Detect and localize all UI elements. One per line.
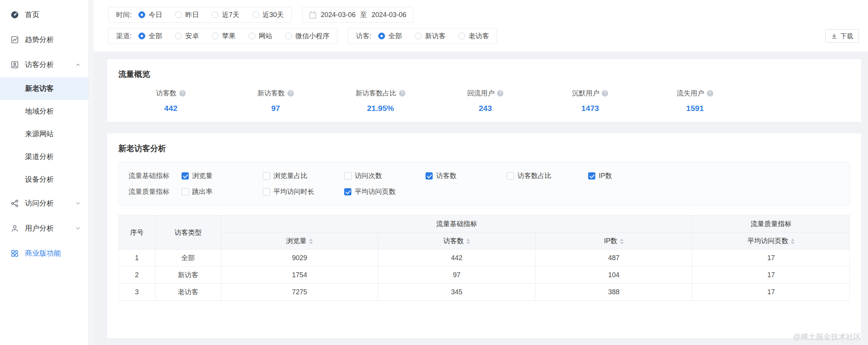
radio-channel-android[interactable]: 安卓: [175, 31, 199, 41]
radio-selected-icon: [378, 33, 385, 39]
filter-row-time: 时间: 今日 昨日 近7天 近30天: [108, 7, 859, 23]
help-icon[interactable]: ?: [179, 90, 186, 97]
radio-label: 今日: [149, 10, 162, 19]
sidebar-scrollbar-track[interactable]: [89, 0, 94, 345]
help-icon[interactable]: ?: [399, 90, 405, 97]
metric-silent-users: 沉默用户? 1473: [538, 89, 643, 113]
cell-visitor-type: 老访客: [155, 284, 221, 301]
radio-label: 昨日: [185, 10, 199, 19]
checkbox-checked-icon: [182, 172, 189, 180]
sidebar-item-label: 用户分析: [25, 223, 54, 233]
cell-avg-pages: 17: [693, 284, 850, 301]
filter-bar: 时间: 今日 昨日 近7天 近30天: [94, 0, 868, 52]
cell-seq: 3: [119, 284, 155, 301]
metric-lost-users: 流失用户? 1591: [643, 89, 747, 113]
watermark-text: @稀土掘金技术社区: [793, 332, 861, 342]
sidebar-item-label: 趋势分析: [25, 35, 54, 45]
sidebar-item-label: 访问分析: [25, 198, 54, 208]
sidebar-subitem-label: 设备分析: [25, 175, 54, 184]
sidebar-item-business-features[interactable]: 商业版功能: [0, 241, 89, 266]
cell-ip-count: 388: [535, 284, 693, 301]
sidebar-item-home[interactable]: 首页: [0, 2, 89, 27]
trend-chart-icon: [11, 36, 19, 44]
sidebar-item-channel-analysis[interactable]: 渠道分析: [0, 145, 89, 168]
sidebar-item-new-old-visitors[interactable]: 新老访客: [0, 77, 89, 100]
overview-metrics: 访客数? 442 新访客数? 97 新访客数占比? 21.95% 回流用户? 2…: [118, 89, 747, 113]
help-icon[interactable]: ?: [287, 90, 294, 97]
sort-icon[interactable]: [620, 239, 624, 244]
cell-visitor-type: 新访客: [155, 267, 221, 284]
metric-value: 97: [223, 104, 328, 113]
radio-selected-icon: [138, 11, 145, 18]
radio-label: 苹果: [222, 31, 236, 41]
table-row: 1 全部 9029 442 487 17: [119, 250, 850, 267]
date-range-picker[interactable]: 2024-03-06 至 2024-03-06: [302, 7, 413, 23]
radio-time-yesterday[interactable]: 昨日: [175, 10, 199, 19]
col-header-avg-pages[interactable]: 平均访问页数: [693, 233, 850, 250]
checkbox-avg-pages-per-visit[interactable]: 平均访问页数: [344, 187, 425, 196]
checkbox-icon: [263, 172, 270, 180]
channel-filter-label: 渠道:: [116, 31, 132, 41]
radio-channel-ios[interactable]: 苹果: [212, 31, 236, 41]
help-icon[interactable]: ?: [497, 90, 503, 97]
checkbox-checked-icon: [588, 172, 595, 180]
checkbox-label: 平均访问时长: [273, 187, 314, 196]
radio-time-last30days[interactable]: 近30天: [252, 10, 284, 19]
checkbox-label: 浏览量: [192, 171, 213, 180]
visitor-filter-label: 访客:: [356, 31, 371, 41]
radio-visitor-new[interactable]: 新访客: [415, 31, 446, 41]
calendar-icon: [309, 12, 316, 19]
cell-ip-count: 487: [535, 250, 693, 267]
col-header-ip-count[interactable]: IP数: [535, 233, 693, 250]
checkbox-label: IP数: [599, 171, 612, 180]
grid-icon: [11, 249, 19, 258]
help-icon[interactable]: ?: [707, 90, 713, 97]
sidebar-item-visitor-analysis[interactable]: 访客分析: [0, 52, 89, 77]
checkbox-label: 访问次数: [355, 171, 382, 180]
sort-icon[interactable]: [309, 239, 313, 244]
cell-avg-pages: 17: [693, 250, 850, 267]
radio-channel-all[interactable]: 全部: [138, 31, 162, 41]
checkbox-pageviews[interactable]: 浏览量: [182, 171, 263, 180]
sidebar-item-source-website[interactable]: 来源网站: [0, 123, 89, 145]
cell-visitors: 97: [378, 267, 536, 284]
channel-filter-group: 渠道: 全部 安卓 苹果 网站: [108, 28, 337, 44]
sidebar-item-user-analysis[interactable]: 用户分析: [0, 216, 89, 241]
radio-time-last7days[interactable]: 近7天: [212, 10, 239, 19]
download-icon: [831, 33, 837, 39]
col-header-pageviews[interactable]: 浏览量: [221, 233, 378, 250]
sidebar-item-device-analysis[interactable]: 设备分析: [0, 168, 89, 191]
checkbox-visitors[interactable]: 访客数: [425, 171, 507, 180]
checkbox-bounce-rate[interactable]: 跳出率: [182, 187, 263, 196]
col-header-visitor-type: 访客类型: [155, 215, 221, 250]
sort-icon[interactable]: [791, 239, 795, 244]
table-row: 2 新访客 1754 97 104 17: [119, 267, 850, 284]
checkbox-pageview-ratio[interactable]: 浏览量占比: [263, 171, 344, 180]
radio-visitor-returning[interactable]: 老访客: [458, 31, 489, 41]
radio-time-today[interactable]: 今日: [138, 10, 162, 19]
checkbox-visits[interactable]: 访问次数: [344, 171, 425, 180]
metric-label: 流失用户: [677, 89, 704, 98]
metric-value: 243: [433, 104, 538, 113]
sort-icon[interactable]: [466, 239, 470, 244]
radio-channel-wechat-miniprogram[interactable]: 微信小程序: [285, 31, 329, 41]
checkbox-visitor-ratio[interactable]: 访客数占比: [507, 171, 588, 180]
visitor-analysis-icon: [11, 61, 19, 69]
sidebar-subitem-label: 地域分析: [25, 106, 54, 116]
sidebar-item-region-analysis[interactable]: 地域分析: [0, 100, 89, 123]
radio-channel-website[interactable]: 网站: [248, 31, 272, 41]
radio-icon: [285, 33, 292, 39]
col-header-visitors[interactable]: 访客数: [378, 233, 536, 250]
sidebar-item-visit-analysis[interactable]: 访问分析: [0, 191, 89, 216]
download-button[interactable]: 下载: [825, 29, 859, 43]
checkbox-avg-visit-duration[interactable]: 平均访问时长: [263, 187, 344, 196]
help-icon[interactable]: ?: [602, 90, 608, 97]
filter-row-channel: 渠道: 全部 安卓 苹果 网站: [108, 28, 859, 44]
radio-visitor-all[interactable]: 全部: [378, 31, 402, 41]
metric-selector-panel: 流量基础指标 浏览量 浏览量占比 访问次数: [118, 162, 850, 205]
quality-metrics-label: 流量质量指标: [129, 187, 182, 196]
checkbox-icon: [344, 172, 351, 180]
sidebar-item-trend-analysis[interactable]: 趋势分析: [0, 27, 89, 52]
time-filter-label: 时间:: [116, 10, 132, 19]
checkbox-ip-count[interactable]: IP数: [588, 171, 669, 180]
